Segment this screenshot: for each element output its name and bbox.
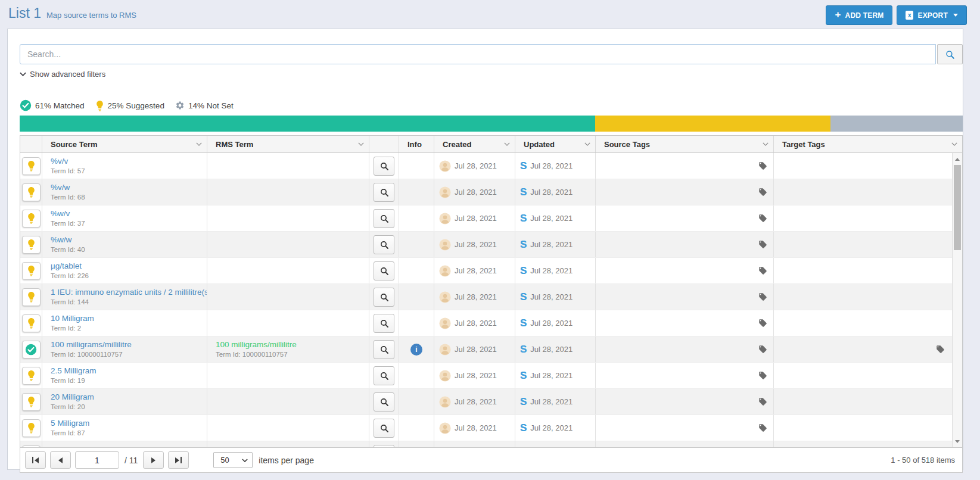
tag-icon[interactable]: [758, 319, 767, 328]
matched-status-button[interactable]: [22, 341, 41, 359]
source-term-link[interactable]: 100 milligrams/millilitre: [51, 341, 132, 350]
source-term-link[interactable]: 20 Milligram: [51, 393, 94, 402]
row-search-button[interactable]: [374, 157, 394, 176]
next-page-button[interactable]: [143, 451, 164, 469]
suggested-status-button[interactable]: [22, 314, 41, 332]
suggested-status-button[interactable]: [22, 262, 41, 280]
search-button[interactable]: [937, 44, 963, 64]
updated-date: Jul 28, 2021: [530, 240, 573, 249]
suggested-status-button[interactable]: [22, 183, 41, 201]
tag-icon[interactable]: [758, 397, 767, 406]
tag-icon[interactable]: [758, 345, 767, 354]
row-search-button[interactable]: [374, 288, 394, 307]
suggested-status-button[interactable]: [22, 210, 41, 227]
updated-date: Jul 28, 2021: [530, 161, 573, 170]
check-circle-icon: [20, 99, 32, 111]
column-header-source-tags[interactable]: Source Tags: [596, 136, 774, 152]
scrollbar-up-arrow[interactable]: [953, 154, 962, 164]
info-icon[interactable]: i: [410, 344, 422, 356]
source-term-link[interactable]: µg/tablet: [51, 262, 82, 271]
updated-date: Jul 28, 2021: [530, 188, 573, 197]
created-date: Jul 28, 2021: [455, 188, 497, 197]
created-date: Jul 28, 2021: [455, 345, 497, 354]
legend-item-not-set: 14% Not Set: [175, 101, 234, 110]
scrollbar-down-arrow[interactable]: [953, 437, 962, 446]
tag-icon[interactable]: [758, 214, 767, 223]
export-button[interactable]: x EXPORT: [897, 5, 967, 25]
row-search-button[interactable]: [374, 261, 394, 280]
created-date: Jul 28, 2021: [455, 214, 497, 223]
row-search-button[interactable]: [374, 209, 394, 228]
scrollbar-thumb[interactable]: [954, 165, 961, 250]
sort-chevron-icon: [763, 142, 769, 146]
tag-icon[interactable]: [758, 161, 767, 170]
table-header-row: Source TermRMS TermInfoCreatedUpdatedSou…: [20, 136, 962, 153]
first-page-button[interactable]: [25, 451, 46, 469]
table-row: 1 IEU: immuno enzymatic units / 2 millil…: [20, 284, 953, 310]
tag-icon[interactable]: [758, 266, 767, 275]
suggested-status-button[interactable]: [22, 367, 41, 385]
created-date: Jul 28, 2021: [455, 371, 497, 380]
suggested-status-button[interactable]: [22, 288, 41, 306]
source-term-link[interactable]: 2.5 Milligram: [51, 367, 97, 376]
row-search-button[interactable]: [374, 392, 394, 412]
add-term-label: ADD TERM: [845, 11, 884, 20]
search-icon: [379, 319, 389, 328]
row-search-button[interactable]: [374, 366, 394, 385]
add-term-button[interactable]: + ADD TERM: [826, 5, 892, 25]
column-header-source-term[interactable]: Source Term: [42, 136, 207, 152]
suggested-status-button[interactable]: [22, 445, 41, 448]
row-search-button[interactable]: [374, 419, 394, 438]
source-term-link[interactable]: %v/v: [51, 157, 68, 166]
suggested-status-button[interactable]: [22, 157, 41, 175]
search-icon: [379, 423, 389, 433]
row-search-button[interactable]: [374, 445, 394, 448]
column-header-label: Created: [443, 140, 471, 149]
tag-icon[interactable]: [758, 292, 767, 301]
column-header-created[interactable]: Created: [434, 136, 515, 152]
column-header-updated[interactable]: Updated: [515, 136, 596, 152]
column-header-target-tags[interactable]: Target Tags: [774, 136, 962, 152]
items-per-page-select[interactable]: 50: [213, 452, 253, 468]
source-term-link[interactable]: %w/v: [51, 210, 70, 219]
suggested-status-button[interactable]: [22, 419, 41, 437]
tag-icon[interactable]: [758, 188, 767, 197]
export-label: EXPORT: [917, 11, 948, 20]
rms-term-link[interactable]: 100 milligrams/millilitre: [216, 341, 297, 350]
page-number-input[interactable]: [75, 451, 119, 469]
tag-icon[interactable]: [936, 345, 945, 354]
source-term-link[interactable]: %v/w: [51, 183, 70, 192]
pagination-bar: / 11 50 items per page 1 - 50 of 518 ite…: [20, 447, 962, 472]
legend-label: 14% Not Set: [188, 101, 234, 110]
search-input[interactable]: [20, 44, 936, 64]
column-header-rms-term[interactable]: RMS Term: [207, 136, 369, 152]
suggested-status-button[interactable]: [22, 393, 41, 411]
table-row: 100 milligrams/millilitre Term Id: 10000…: [20, 336, 953, 363]
source-term-id: Term Id: 57: [51, 168, 85, 175]
row-search-button[interactable]: [374, 183, 394, 202]
sync-icon: S: [520, 370, 527, 381]
column-header-label: Target Tags: [782, 140, 825, 149]
tag-icon[interactable]: [758, 423, 767, 432]
row-search-button[interactable]: [374, 235, 394, 254]
previous-page-button[interactable]: [50, 451, 71, 469]
sort-chevron-icon: [358, 142, 364, 146]
source-term-link[interactable]: 5 Milligram: [51, 419, 89, 428]
source-term-link[interactable]: 1 IEU: immuno enzymatic units / 2 millil…: [51, 288, 207, 297]
last-page-button[interactable]: [168, 451, 189, 469]
tag-icon[interactable]: [758, 240, 767, 249]
lightbulb-icon: [27, 265, 36, 276]
row-search-button[interactable]: [374, 340, 394, 359]
legend-item-suggested: 25% Suggested: [95, 100, 164, 111]
updated-date: Jul 28, 2021: [530, 319, 573, 328]
legend-label: 61% Matched: [35, 101, 85, 110]
advanced-filters-toggle[interactable]: Show advanced filters: [20, 70, 105, 79]
created-date: Jul 28, 2021: [455, 266, 497, 275]
source-term-link[interactable]: 10 Milligram: [51, 314, 94, 323]
suggested-status-button[interactable]: [22, 236, 41, 254]
table-scrollbar[interactable]: [952, 153, 962, 447]
row-search-button[interactable]: [374, 314, 394, 333]
main-panel: Show advanced filters 61% Matched25% Sug…: [7, 29, 963, 470]
tag-icon[interactable]: [758, 371, 767, 380]
source-term-link[interactable]: %w/w: [51, 236, 71, 245]
